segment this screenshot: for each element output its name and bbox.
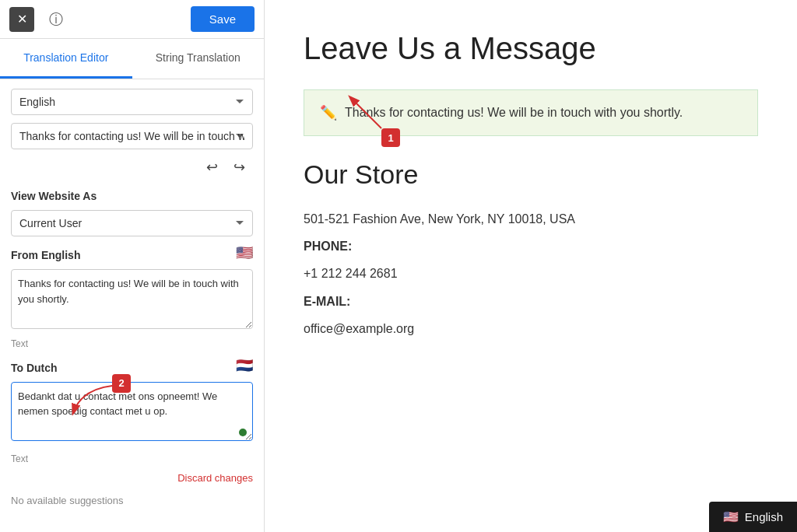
top-bar: ✕ ⓘ Save xyxy=(0,0,264,39)
edit-pencil-icon[interactable]: ✏️ xyxy=(320,104,337,121)
store-address: 501-521 Fashion Ave, New York, NY 10018,… xyxy=(304,205,758,233)
no-suggestions-text: No available suggestions xyxy=(11,495,253,506)
tab-translation-editor[interactable]: Translation Editor xyxy=(0,39,132,79)
page-title: Leave Us a Message xyxy=(304,31,758,66)
store-info: 501-521 Fashion Ave, New York, NY 10018,… xyxy=(304,205,758,342)
phone-label: PHONE: xyxy=(304,233,758,260)
close-button[interactable]: ✕ xyxy=(9,7,34,32)
footer-language-label: English xyxy=(745,510,783,523)
undo-button[interactable]: ↩ xyxy=(202,157,223,177)
tab-string-translation[interactable]: String Translation xyxy=(132,39,265,79)
to-dutch-textarea[interactable]: Bedankt dat u contact met ons opneemt! W… xyxy=(11,382,253,442)
discard-changes-link[interactable]: Discard changes xyxy=(11,472,253,484)
to-dutch-header: To Dutch 🇳🇱 xyxy=(11,357,253,374)
email-address: office@example.org xyxy=(304,315,758,342)
dutch-textarea-wrap: Bedankt dat u contact met ons opneemt! W… xyxy=(11,382,253,445)
panel-body: English Thanks for contacting us! We wil… xyxy=(0,79,264,532)
tabs: Translation Editor String Translation xyxy=(0,39,264,79)
language-dropdown[interactable]: English xyxy=(11,89,253,115)
string-dropdown[interactable]: Thanks for contacting us! We will be in … xyxy=(11,123,253,149)
language-footer-badge[interactable]: 🇺🇸 English xyxy=(709,502,797,532)
green-dot-indicator xyxy=(239,429,247,436)
store-heading: Our Store xyxy=(304,159,758,190)
badge-1-arrow xyxy=(342,89,405,136)
badge-1-annotation: 1 xyxy=(381,128,400,147)
footer-flag-icon: 🇺🇸 xyxy=(723,509,739,524)
badge-2-arrow xyxy=(65,382,128,421)
from-english-label: From English xyxy=(11,249,80,261)
info-button[interactable]: ⓘ xyxy=(44,7,68,32)
view-website-label: View Website As xyxy=(11,190,253,202)
to-dutch-section: Bedankt dat u contact met ons opneemt! W… xyxy=(11,382,253,445)
email-label: E-MAIL: xyxy=(304,288,758,315)
redo-button[interactable]: ↪ xyxy=(229,157,250,177)
from-english-textarea[interactable]: Thanks for contacting us! We will be in … xyxy=(11,269,253,329)
to-dutch-field-label: Text xyxy=(11,453,253,464)
highlight-annotation-area: ✏️ Thanks for contacting us! We will be … xyxy=(304,89,758,136)
us-flag: 🇺🇸 xyxy=(236,244,253,261)
to-dutch-label: To Dutch xyxy=(11,362,58,374)
left-panel: ✕ ⓘ Save Translation Editor String Trans… xyxy=(0,0,265,532)
from-english-field-label: Text xyxy=(11,338,253,349)
undo-redo-controls: ↩ ↪ xyxy=(11,157,253,177)
right-panel: Leave Us a Message ✏️ Thanks for contact… xyxy=(265,0,797,532)
dutch-flag: 🇳🇱 xyxy=(236,357,253,374)
save-button[interactable]: Save xyxy=(191,6,255,32)
view-website-section: View Website As xyxy=(11,185,253,202)
view-as-dropdown[interactable]: Current User xyxy=(11,210,253,236)
badge-2-annotation: 2 xyxy=(112,374,131,393)
from-english-header: From English 🇺🇸 xyxy=(11,244,253,261)
phone-number: +1 212 244 2681 xyxy=(304,260,758,287)
